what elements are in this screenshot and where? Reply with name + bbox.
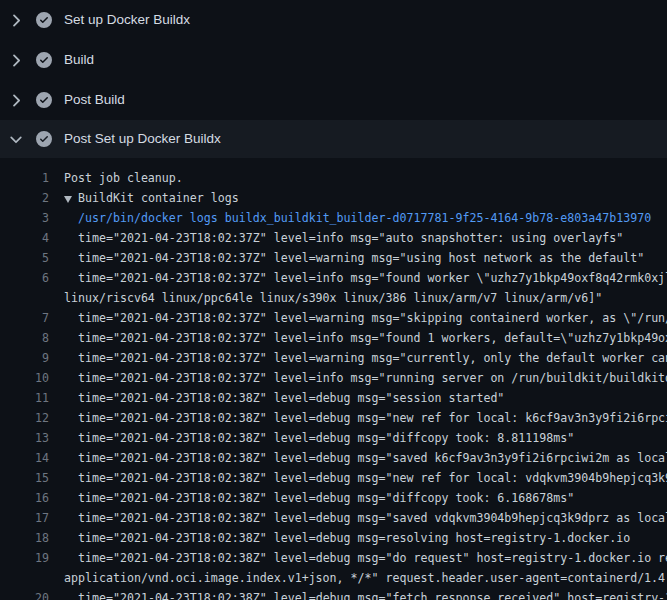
check-circle-icon xyxy=(36,131,52,147)
line-number[interactable]: 18 xyxy=(0,528,49,548)
log-line: 12time="2021-04-23T18:02:38Z" level=debu… xyxy=(0,408,667,428)
step-title: Set up Docker Buildx xyxy=(64,12,190,27)
step-title: Build xyxy=(64,52,94,67)
log-line-continuation: application/vnd.oci.image.index.v1+json,… xyxy=(0,568,667,588)
step-header-2[interactable]: Build xyxy=(0,40,667,80)
log-text: time="2021-04-23T18:02:38Z" level=debug … xyxy=(78,448,667,468)
line-number[interactable]: 11 xyxy=(0,388,49,408)
log-line: 2BuildKit container logs xyxy=(0,188,667,208)
line-number[interactable]: 7 xyxy=(0,308,49,328)
log-line: 19time="2021-04-23T18:02:38Z" level=debu… xyxy=(0,548,667,568)
line-number[interactable]: 6 xyxy=(0,268,49,288)
line-number[interactable]: 19 xyxy=(0,548,49,568)
log-line: 17time="2021-04-23T18:02:38Z" level=debu… xyxy=(0,508,667,528)
log-text: time="2021-04-23T18:02:38Z" level=debug … xyxy=(78,428,574,448)
chevron-right-icon xyxy=(6,51,25,70)
step-title: Post Build xyxy=(64,92,125,107)
line-number[interactable]: 20 xyxy=(0,588,49,600)
log-text: time="2021-04-23T18:02:37Z" level=warnin… xyxy=(78,308,667,328)
line-number xyxy=(0,288,49,308)
steps-list: Set up Docker BuildxBuildPost BuildPost … xyxy=(0,0,667,158)
log-line: 7time="2021-04-23T18:02:37Z" level=warni… xyxy=(0,308,667,328)
line-number[interactable]: 2 xyxy=(0,188,49,208)
log-text: time="2021-04-23T18:02:38Z" level=debug … xyxy=(78,408,667,428)
line-number[interactable]: 12 xyxy=(0,408,49,428)
log-view: 1Post job cleanup.2BuildKit container lo… xyxy=(0,158,667,600)
line-number xyxy=(0,568,49,588)
line-number[interactable]: 14 xyxy=(0,448,49,468)
log-text: time="2021-04-23T18:02:38Z" level=debug … xyxy=(78,488,574,508)
log-command-text: /usr/bin/docker logs buildx_buildkit_bui… xyxy=(78,208,651,228)
line-number[interactable]: 10 xyxy=(0,368,49,388)
log-text: time="2021-04-23T18:02:37Z" level=info m… xyxy=(78,268,667,288)
log-text: application/vnd.oci.image.index.v1+json,… xyxy=(64,568,667,588)
log-line: 15time="2021-04-23T18:02:38Z" level=debu… xyxy=(0,468,667,488)
log-line: 4time="2021-04-23T18:02:37Z" level=info … xyxy=(0,228,667,248)
log-text: BuildKit container logs xyxy=(64,188,239,208)
log-line: 10time="2021-04-23T18:02:37Z" level=info… xyxy=(0,368,667,388)
log-text: time="2021-04-23T18:02:38Z" level=debug … xyxy=(78,508,667,528)
line-number[interactable]: 5 xyxy=(0,248,49,268)
log-line: 1Post job cleanup. xyxy=(0,168,667,188)
log-line: 11time="2021-04-23T18:02:38Z" level=debu… xyxy=(0,388,667,408)
line-number[interactable]: 15 xyxy=(0,468,49,488)
chevron-right-icon xyxy=(6,91,25,110)
line-number[interactable]: 17 xyxy=(0,508,49,528)
log-text: time="2021-04-23T18:02:38Z" level=debug … xyxy=(78,388,504,408)
log-text: time="2021-04-23T18:02:37Z" level=info m… xyxy=(78,368,667,388)
line-number[interactable]: 4 xyxy=(0,228,49,248)
triangle-down-icon[interactable] xyxy=(64,188,78,208)
line-number[interactable]: 13 xyxy=(0,428,49,448)
log-line: 5time="2021-04-23T18:02:37Z" level=warni… xyxy=(0,248,667,268)
line-number[interactable]: 16 xyxy=(0,488,49,508)
log-text: linux/riscv64 linux/ppc64le linux/s390x … xyxy=(64,288,602,308)
log-text: time="2021-04-23T18:02:37Z" level=warnin… xyxy=(78,248,644,268)
log-text: time="2021-04-23T18:02:38Z" level=debug … xyxy=(78,588,667,600)
log-line: 18time="2021-04-23T18:02:38Z" level=debu… xyxy=(0,528,667,548)
log-line-continuation: linux/riscv64 linux/ppc64le linux/s390x … xyxy=(0,288,667,308)
line-number[interactable]: 1 xyxy=(0,168,49,188)
log-text: time="2021-04-23T18:02:38Z" level=debug … xyxy=(78,528,630,548)
step-header-3[interactable]: Post Build xyxy=(0,80,667,120)
log-line: 20time="2021-04-23T18:02:38Z" level=debu… xyxy=(0,588,667,600)
line-number[interactable]: 8 xyxy=(0,328,49,348)
log-text: Post job cleanup. xyxy=(64,168,183,188)
log-line: 14time="2021-04-23T18:02:38Z" level=debu… xyxy=(0,448,667,468)
check-circle-icon xyxy=(36,12,52,28)
log-line: 13time="2021-04-23T18:02:38Z" level=debu… xyxy=(0,428,667,448)
log-line: 3/usr/bin/docker logs buildx_buildkit_bu… xyxy=(0,208,667,228)
chevron-right-icon xyxy=(6,11,25,30)
chevron-down-icon xyxy=(7,131,25,149)
log-text: time="2021-04-23T18:02:37Z" level=info m… xyxy=(78,228,623,248)
log-text: time="2021-04-23T18:02:38Z" level=debug … xyxy=(78,468,667,488)
log-text: time="2021-04-23T18:02:37Z" level=info m… xyxy=(78,328,667,348)
log-text: time="2021-04-23T18:02:37Z" level=warnin… xyxy=(78,348,667,368)
step-header-4[interactable]: Post Set up Docker Buildx xyxy=(0,120,667,158)
log-line: 6time="2021-04-23T18:02:37Z" level=info … xyxy=(0,268,667,288)
step-header-1[interactable]: Set up Docker Buildx xyxy=(0,0,667,40)
check-circle-icon xyxy=(36,92,52,108)
actions-log-panel: Set up Docker BuildxBuildPost BuildPost … xyxy=(0,0,667,600)
line-number[interactable]: 9 xyxy=(0,348,49,368)
log-text: time="2021-04-23T18:02:38Z" level=debug … xyxy=(78,548,667,568)
log-line: 16time="2021-04-23T18:02:38Z" level=debu… xyxy=(0,488,667,508)
log-line: 9time="2021-04-23T18:02:37Z" level=warni… xyxy=(0,348,667,368)
log-line: 8time="2021-04-23T18:02:37Z" level=info … xyxy=(0,328,667,348)
check-circle-icon xyxy=(36,52,52,68)
line-number[interactable]: 3 xyxy=(0,208,49,228)
step-title: Post Set up Docker Buildx xyxy=(64,131,221,146)
